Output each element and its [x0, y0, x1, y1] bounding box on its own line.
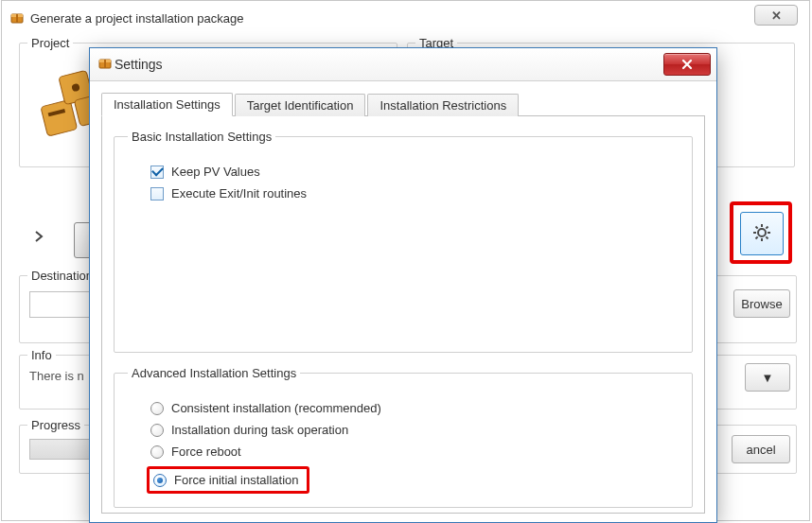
tab-label: Installation Restrictions [380, 98, 506, 113]
installation-settings-panel: Basic Installation Settings Keep PV Valu… [101, 116, 705, 514]
expand-info-button[interactable]: ▼ [745, 363, 790, 392]
chevron-down-icon: ▼ [762, 371, 774, 385]
basic-installation-legend: Basic Installation Settings [128, 130, 275, 144]
close-icon [680, 59, 694, 70]
keep-pv-label: Keep PV Values [171, 165, 260, 179]
radio-during-task-label: Installation during task operation [171, 423, 348, 437]
project-legend: Project [27, 36, 73, 50]
info-legend: Info [27, 348, 56, 362]
execute-exit-row: Execute Exit/Init routines [150, 186, 679, 200]
radio-consistent-row: Consistent installation (recommended) [150, 401, 679, 415]
svg-line-13 [756, 226, 758, 228]
basic-installation-group: Basic Installation Settings Keep PV Valu… [114, 130, 693, 353]
radio-force-reboot-label: Force reboot [171, 445, 241, 459]
radio-force-initial-label: Force initial installation [174, 473, 299, 487]
execute-exit-checkbox[interactable] [150, 187, 164, 200]
advanced-installation-group: Advanced Installation Settings Consisten… [114, 366, 693, 508]
chevron-right-icon[interactable] [34, 230, 51, 247]
radio-force-initial[interactable] [153, 474, 167, 487]
cancel-label: ancel [746, 443, 775, 457]
advanced-installation-legend: Advanced Installation Settings [128, 366, 300, 380]
svg-point-8 [758, 229, 766, 236]
package-icon [9, 10, 25, 26]
browse-button[interactable]: Browse [733, 289, 790, 318]
execute-exit-label: Execute Exit/Init routines [171, 186, 307, 200]
settings-button[interactable] [740, 212, 784, 255]
settings-button-highlight [730, 201, 792, 264]
settings-dialog-titlebar: Settings [90, 48, 716, 81]
tab-target-identification[interactable]: Target Identification [235, 94, 366, 116]
cancel-button[interactable]: ancel [732, 435, 790, 463]
settings-dialog-title: Settings [115, 57, 163, 72]
svg-line-14 [766, 236, 768, 238]
keep-pv-row: Keep PV Values [150, 165, 679, 179]
tab-installation-settings[interactable]: Installation Settings [101, 93, 233, 116]
keep-pv-checkbox[interactable] [150, 166, 164, 179]
settings-dialog-body: Installation Settings Target Identificat… [90, 81, 716, 523]
progress-legend: Progress [27, 418, 84, 432]
svg-rect-3 [41, 99, 78, 136]
settings-tabs: Installation Settings Target Identificat… [101, 91, 705, 116]
tab-label: Installation Settings [114, 97, 221, 112]
browse-label: Browse [741, 297, 782, 311]
info-text: There is n [29, 369, 84, 383]
destination-legend: Destination [27, 269, 97, 283]
generate-package-close-button[interactable]: ✕ [754, 5, 798, 26]
gear-icon [752, 223, 771, 245]
close-x-icon: ✕ [771, 9, 782, 23]
radio-force-initial-highlight: Force initial installation [147, 466, 309, 494]
radio-force-reboot-row: Force reboot [150, 445, 679, 459]
radio-during-task[interactable] [150, 424, 164, 437]
radio-during-task-row: Installation during task operation [150, 423, 679, 437]
radio-consistent[interactable] [150, 402, 164, 415]
radio-force-reboot[interactable] [150, 445, 164, 459]
svg-rect-2 [16, 14, 18, 23]
svg-line-16 [766, 226, 768, 228]
tab-label: Target Identification [247, 98, 354, 113]
svg-rect-19 [104, 60, 106, 68]
tab-installation-restrictions[interactable]: Installation Restrictions [367, 94, 519, 116]
radio-consistent-label: Consistent installation (recommended) [171, 401, 381, 415]
generate-package-titlebar: Generate a project installation package … [2, 1, 809, 35]
svg-line-15 [756, 236, 758, 238]
generate-package-title: Generate a project installation package [30, 11, 243, 26]
settings-dialog-close-button[interactable] [663, 53, 711, 76]
settings-dialog-icon [97, 56, 113, 74]
settings-dialog: Settings Installation Settings Target Id… [89, 47, 717, 523]
